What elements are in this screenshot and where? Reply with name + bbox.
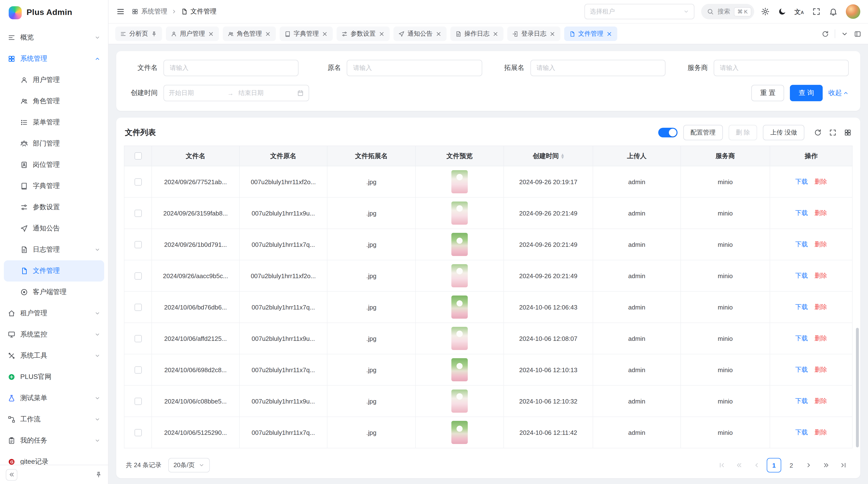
page-first-button[interactable]	[715, 458, 729, 473]
delete-link[interactable]: 删除	[814, 272, 827, 279]
column-header-ext[interactable]: 文件拓展名	[328, 146, 415, 166]
page-fast-next-button[interactable]	[819, 458, 833, 473]
delete-link[interactable]: 删除	[814, 240, 827, 248]
page-next-button[interactable]	[802, 458, 816, 473]
tab-notice[interactable]: 通知公告	[394, 27, 446, 41]
filter-input-ext[interactable]: 请输入	[530, 60, 665, 76]
dark-mode-moon-icon[interactable]	[778, 7, 786, 16]
sidebar-item-role[interactable]: 角色管理	[0, 91, 108, 112]
download-link[interactable]: 下载	[795, 334, 808, 342]
translate-icon[interactable]: 文A	[795, 8, 804, 15]
download-link[interactable]: 下载	[795, 240, 808, 248]
download-link[interactable]: 下载	[795, 178, 808, 185]
row-checkbox[interactable]	[134, 210, 142, 217]
search-button[interactable]: 查 询	[790, 85, 823, 101]
expand-icon[interactable]	[829, 129, 837, 136]
sidebar-item-dept[interactable]: 部门管理	[0, 133, 108, 154]
app-logo[interactable]: Plus Admin	[0, 0, 108, 25]
sidebar-item-dict[interactable]: 字典管理	[0, 175, 108, 197]
delete-link[interactable]: 删除	[814, 366, 827, 373]
date-range-picker[interactable]: 开始日期 → 结束日期	[163, 85, 309, 101]
delete-link[interactable]: 删除	[814, 428, 827, 436]
sidebar-item-tenant[interactable]: 租户管理	[0, 303, 108, 324]
close-icon[interactable]	[265, 31, 271, 37]
reset-button[interactable]: 重 置	[751, 85, 784, 101]
close-icon[interactable]	[549, 31, 556, 37]
sidebar-item-notice[interactable]: 通知公告	[0, 218, 108, 239]
download-link[interactable]: 下载	[795, 397, 808, 405]
column-header-actions[interactable]: 操作	[770, 146, 852, 166]
breadcrumb-item-system[interactable]: 系统管理	[132, 7, 167, 16]
column-settings-grid-icon[interactable]	[844, 129, 851, 136]
fullscreen-icon[interactable]	[812, 7, 821, 16]
page-number-2[interactable]: 2	[784, 458, 799, 473]
download-link[interactable]: 下载	[795, 209, 808, 217]
file-preview-thumbnail[interactable]	[452, 201, 468, 225]
sidebar-item-client[interactable]: 客户端管理	[0, 282, 108, 303]
delete-button[interactable]: 删 除	[728, 125, 757, 140]
select-all-checkbox[interactable]	[134, 153, 142, 160]
sidebar-item-post[interactable]: 岗位管理	[0, 154, 108, 175]
delete-link[interactable]: 删除	[814, 397, 827, 405]
download-link[interactable]: 下载	[795, 272, 808, 279]
upload-button[interactable]: 上传 没做	[763, 125, 804, 140]
file-preview-thumbnail[interactable]	[452, 421, 468, 444]
refresh-icon[interactable]	[814, 129, 822, 136]
close-icon[interactable]	[378, 31, 385, 37]
tab-loginlog[interactable]: 登录日志	[507, 27, 560, 41]
close-icon[interactable]	[435, 31, 442, 37]
sidebar-item-log[interactable]: 日志管理	[0, 239, 108, 260]
file-preview-thumbnail[interactable]	[452, 170, 468, 193]
delete-link[interactable]: 删除	[814, 178, 827, 185]
file-preview-thumbnail[interactable]	[452, 233, 468, 256]
file-preview-thumbnail[interactable]	[452, 295, 468, 319]
notification-bell-icon[interactable]	[829, 7, 838, 16]
user-avatar[interactable]	[846, 4, 860, 19]
tab-analysis[interactable]: 分析页	[115, 27, 162, 41]
close-icon[interactable]	[606, 31, 613, 37]
file-preview-thumbnail[interactable]	[452, 327, 468, 350]
sidebar-item-system[interactable]: 系统管理	[0, 48, 108, 69]
row-checkbox[interactable]	[134, 304, 142, 311]
global-search[interactable]: 搜索 ⌘ K	[701, 4, 754, 19]
page-size-select[interactable]: 20条/页	[168, 458, 210, 473]
row-checkbox[interactable]	[134, 366, 142, 374]
tab-oplog[interactable]: 操作日志	[451, 27, 503, 41]
tab-role[interactable]: 角色管理	[223, 27, 276, 41]
hamburger-menu-button[interactable]	[116, 7, 125, 16]
sort-carets-icon[interactable]: ▲▼	[561, 153, 564, 159]
sidebar-item-param[interactable]: 参数设置	[0, 197, 108, 218]
settings-gear-icon[interactable]	[761, 7, 769, 16]
breadcrumb-item-file[interactable]: 文件管理	[181, 7, 217, 16]
download-link[interactable]: 下载	[795, 366, 808, 373]
row-checkbox[interactable]	[134, 398, 142, 405]
sidebar-item-overview[interactable]: 概览	[0, 27, 108, 48]
download-link[interactable]: 下载	[795, 428, 808, 436]
collapse-filter-link[interactable]: 收起	[829, 89, 849, 97]
sidebar-item-workflow[interactable]: 工作流	[0, 409, 108, 430]
filter-input-origin[interactable]: 请输入	[347, 60, 482, 76]
page-prev-button[interactable]	[749, 458, 764, 473]
delete-link[interactable]: 删除	[814, 209, 827, 217]
column-header-origin[interactable]: 文件原名	[239, 146, 327, 166]
sidebar-item-monitor[interactable]: 系统监控	[0, 324, 108, 345]
sidebar-item-task[interactable]: 我的任务	[0, 430, 108, 451]
chevron-down-icon[interactable]	[841, 30, 848, 37]
download-link[interactable]: 下载	[795, 303, 808, 311]
filter-input-provider[interactable]: 请输入	[714, 60, 849, 76]
close-icon[interactable]	[208, 31, 214, 37]
column-header-name[interactable]: 文件名	[152, 146, 239, 166]
row-checkbox[interactable]	[134, 429, 142, 436]
refresh-icon[interactable]	[822, 30, 829, 37]
column-header-preview[interactable]: 文件预览	[415, 146, 503, 166]
file-preview-thumbnail[interactable]	[452, 389, 468, 413]
sidebar-collapse-button[interactable]	[6, 469, 18, 480]
sidebar-item-gitee[interactable]: gitee记录	[0, 451, 108, 465]
file-preview-thumbnail[interactable]	[452, 358, 468, 381]
sidebar-item-plus-site[interactable]: PLUS官网	[0, 366, 108, 388]
page-number-1[interactable]: 1	[767, 458, 781, 473]
tab-file[interactable]: 文件管理	[564, 27, 617, 41]
sidebar-item-test[interactable]: 测试菜单	[0, 388, 108, 409]
tab-param[interactable]: 参数设置	[337, 27, 390, 41]
close-icon[interactable]	[322, 31, 328, 37]
